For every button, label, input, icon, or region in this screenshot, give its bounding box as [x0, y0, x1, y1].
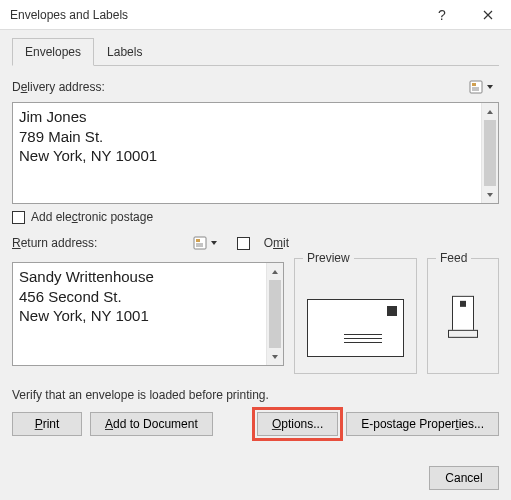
- help-button[interactable]: ?: [419, 0, 465, 30]
- svg-rect-3: [196, 239, 200, 242]
- scroll-thumb[interactable]: [484, 120, 496, 186]
- tab-envelopes[interactable]: Envelopes: [12, 38, 94, 66]
- feed-label: Feed: [436, 251, 471, 265]
- scroll-thumb[interactable]: [269, 280, 281, 348]
- add-to-document-button[interactable]: Add to Document: [90, 412, 213, 436]
- print-button[interactable]: Print: [12, 412, 82, 436]
- return-scrollbar[interactable]: [266, 263, 283, 365]
- electronic-postage-checkbox[interactable]: [12, 211, 25, 224]
- return-address-label: Return address:: [12, 236, 97, 250]
- address-book-icon: [468, 79, 484, 95]
- return-address-field[interactable]: Sandy Writtenhouse 456 Second St. New Yo…: [12, 262, 284, 366]
- scroll-down-icon: [271, 353, 279, 361]
- cancel-button[interactable]: Cancel: [429, 466, 499, 490]
- feed-tray-icon: [452, 296, 474, 338]
- options-button[interactable]: Options...: [257, 412, 338, 436]
- omit-checkbox[interactable]: [237, 237, 250, 250]
- tab-labels[interactable]: Labels: [94, 38, 155, 66]
- verify-text: Verify that an envelope is loaded before…: [12, 388, 499, 402]
- scroll-up-icon: [486, 108, 494, 116]
- envelope-preview-icon: [307, 299, 404, 357]
- electronic-postage-label: Add electronic postage: [31, 210, 153, 224]
- chevron-down-icon: [486, 83, 494, 91]
- feed-group[interactable]: Feed: [427, 258, 499, 374]
- close-icon: [483, 10, 493, 20]
- svg-rect-1: [472, 83, 476, 86]
- delivery-scrollbar[interactable]: [481, 103, 498, 203]
- delivery-address-field[interactable]: Jim Jones 789 Main St. New York, NY 1000…: [12, 102, 499, 204]
- return-address-text[interactable]: Sandy Writtenhouse 456 Second St. New Yo…: [13, 263, 283, 330]
- close-button[interactable]: [465, 0, 511, 30]
- delivery-address-text[interactable]: Jim Jones 789 Main St. New York, NY 1000…: [13, 103, 498, 170]
- e-postage-properties-button[interactable]: E-postage Properties...: [346, 412, 499, 436]
- svg-rect-2: [194, 237, 206, 249]
- tab-strip: Envelopes Labels: [12, 38, 499, 66]
- omit-label: Omit: [264, 236, 289, 250]
- preview-label: Preview: [303, 251, 354, 265]
- delivery-address-label: Delivery address:: [12, 80, 105, 94]
- address-book-icon: [192, 235, 208, 251]
- address-book-return-button[interactable]: [187, 232, 223, 254]
- chevron-down-icon: [210, 239, 218, 247]
- svg-rect-0: [470, 81, 482, 93]
- preview-group[interactable]: Preview: [294, 258, 417, 374]
- address-book-delivery-button[interactable]: [463, 76, 499, 98]
- scroll-up-icon: [271, 268, 279, 276]
- scroll-down-icon: [486, 191, 494, 199]
- window-title: Envelopes and Labels: [10, 8, 419, 22]
